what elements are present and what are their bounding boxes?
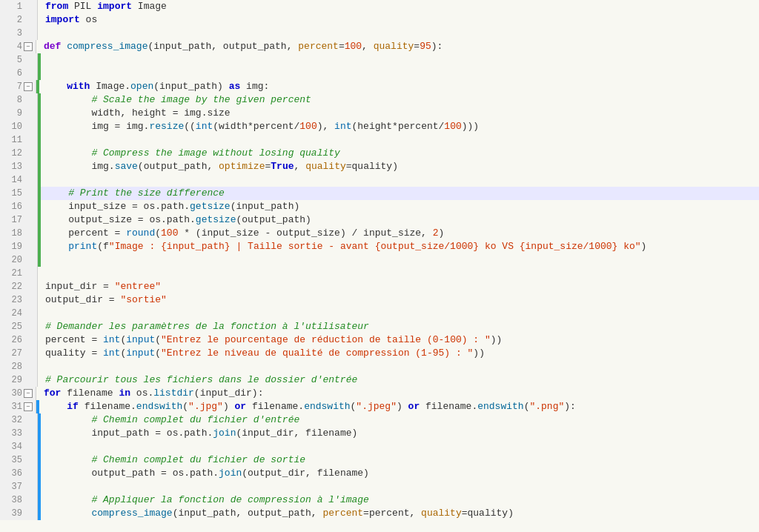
line-34: 34: [0, 440, 759, 453]
line-number-13: 13: [1, 162, 22, 172]
line-29: 29 # Parcourir tous les fichiers dans le…: [0, 373, 759, 387]
gutter-31: 31 −: [0, 400, 36, 413]
code-line-5: [41, 53, 759, 67]
gutter-16: 16: [0, 200, 38, 213]
line-number-21: 21: [1, 268, 22, 279]
line-number-9: 9: [1, 108, 22, 119]
line-37: 37: [0, 480, 759, 493]
line-number-6: 6: [1, 68, 22, 79]
line-number-37: 37: [1, 482, 22, 492]
code-line-7: with Image.open(input_path) as img:: [39, 80, 759, 93]
line-number-15: 15: [1, 188, 22, 199]
line-number-22: 22: [1, 282, 22, 292]
code-line-22: input_dir = "entree": [41, 280, 759, 293]
code-line-23: output_dir = "sortie": [41, 293, 759, 307]
gutter-27: 27: [0, 347, 38, 360]
code-line-36: output_path = os.path.join(output_dir, f…: [41, 467, 759, 480]
line-4: 4 − def compress_image(input_path, outpu…: [0, 40, 759, 53]
code-line-4: def compress_image(input_path, output_pa…: [39, 40, 759, 53]
code-line-26: percent = int(input("Entrez le pourcenta…: [41, 333, 759, 347]
line-number-3: 3: [1, 28, 22, 39]
code-line-18: percent = round(100 * (input_size - outp…: [41, 227, 759, 240]
code-editor: 1 from PIL import Image 2 import os 3: [0, 0, 759, 532]
line-number-39: 39: [1, 508, 22, 519]
gutter-21: 21: [0, 267, 38, 280]
code-line-39: compress_image(input_path, output_path, …: [41, 507, 759, 520]
gutter-13: 13: [0, 160, 38, 173]
gutter-19: 19: [0, 240, 38, 253]
gutter-15: 15: [0, 187, 38, 200]
code-line-29: # Parcourir tous les fichiers dans le do…: [41, 373, 759, 387]
gutter-4: 4 −: [0, 40, 36, 53]
line-number-35: 35: [1, 455, 22, 465]
line-21: 21: [0, 267, 759, 280]
line-number-29: 29: [1, 375, 22, 385]
line-number-36: 36: [1, 468, 22, 479]
line-33: 33 input_path = os.path.join(input_dir, …: [0, 427, 759, 440]
code-line-34: [41, 440, 759, 453]
code-line-17: output_size = os.path.getsize(output_pat…: [41, 213, 759, 227]
line-10: 10 img = img.resize((int(width*percent/1…: [0, 120, 759, 133]
gutter-9: 9: [0, 107, 38, 120]
code-line-10: img = img.resize((int(width*percent/100)…: [41, 120, 759, 133]
line-1: 1 from PIL import Image: [0, 0, 759, 13]
gutter-36: 36: [0, 467, 38, 480]
gutter-38: 38: [0, 493, 38, 507]
gutter-20: 20: [0, 253, 38, 267]
line-number-7: 7: [1, 82, 22, 92]
code-line-32: # Chemin complet du fichier d'entrée: [41, 413, 759, 427]
code-line-11: [41, 133, 759, 147]
line-number-4: 4: [1, 41, 22, 52]
line-number-11: 11: [1, 135, 22, 145]
code-line-16: input_size = os.path.getsize(input_path): [41, 200, 759, 213]
gutter-18: 18: [0, 227, 38, 240]
gutter-29: 29: [0, 373, 38, 387]
line-12: 12 # Compress the image without losing q…: [0, 147, 759, 160]
gutter-32: 32: [0, 413, 38, 427]
line-number-28: 28: [1, 362, 22, 372]
fold-31[interactable]: −: [24, 402, 33, 411]
line-31: 31 − if filename.endswith(".jpg") or fil…: [0, 400, 759, 413]
gutter-24: 24: [0, 307, 38, 320]
line-35: 35 # Chemin complet du fichier de sortie: [0, 453, 759, 467]
code-line-13: img.save(output_path, optimize=True, qua…: [41, 160, 759, 173]
code-line-25: # Demander les paramètres de la fonction…: [41, 320, 759, 333]
gutter-14: 14: [0, 173, 38, 187]
code-line-6: [41, 67, 759, 80]
code-line-21: [41, 267, 759, 280]
line-8: 8 # Scale the image by the given percent: [0, 93, 759, 107]
line-18: 18 percent = round(100 * (input_size - o…: [0, 227, 759, 240]
line-number-23: 23: [1, 295, 22, 305]
code-line-2: import os: [41, 13, 759, 27]
line-number-27: 27: [1, 348, 22, 359]
gutter-26: 26: [0, 333, 38, 347]
line-36: 36 output_path = os.path.join(output_dir…: [0, 467, 759, 480]
line-27: 27 quality = int(input("Entrez le niveau…: [0, 347, 759, 360]
code-area: 1 from PIL import Image 2 import os 3: [0, 0, 759, 532]
gutter-7: 7 −: [0, 80, 36, 93]
gutter-8: 8: [0, 93, 38, 107]
fold-4[interactable]: −: [24, 42, 33, 51]
line-number-8: 8: [1, 95, 22, 105]
fold-7[interactable]: −: [24, 82, 33, 91]
code-line-30: for filename in os.listdir(input_dir):: [39, 387, 759, 400]
line-number-31: 31: [1, 402, 22, 412]
gutter-10: 10: [0, 120, 38, 133]
code-line-28: [41, 360, 759, 373]
code-line-3: [41, 27, 759, 40]
line-number-19: 19: [1, 242, 22, 252]
line-25: 25 # Demander les paramètres de la fonct…: [0, 320, 759, 333]
code-line-24: [41, 307, 759, 320]
code-line-20: [41, 253, 759, 267]
gutter-2: 2: [0, 13, 38, 27]
gutter-6: 6: [0, 67, 38, 80]
line-number-34: 34: [1, 442, 22, 452]
fold-30[interactable]: −: [24, 389, 33, 398]
line-number-12: 12: [1, 148, 22, 159]
code-line-27: quality = int(input("Entrez le niveau de…: [41, 347, 759, 360]
line-15: 15 # Print the size difference: [0, 187, 759, 200]
line-23: 23 output_dir = "sortie": [0, 293, 759, 307]
line-38: 38 # Appliquer la fonction de compressio…: [0, 493, 759, 507]
gutter-12: 12: [0, 147, 38, 160]
code-line-1: from PIL import Image: [41, 0, 759, 13]
